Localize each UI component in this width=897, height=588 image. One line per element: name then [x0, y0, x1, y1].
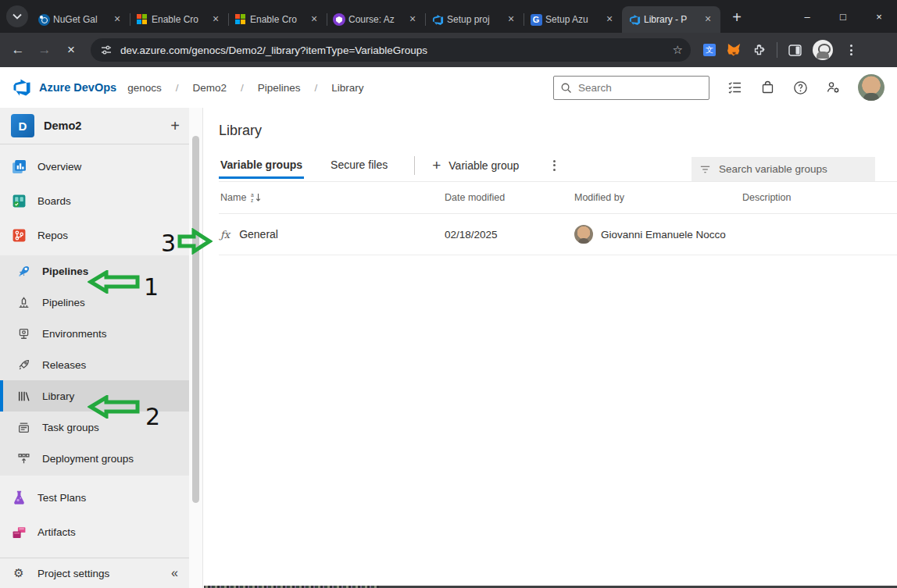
- collapse-sidebar-icon[interactable]: «: [171, 566, 178, 580]
- add-variable-group-button[interactable]: + Variable group: [432, 159, 519, 172]
- variable-groups-search-input[interactable]: [719, 163, 859, 175]
- marketplace-bag-icon[interactable]: [759, 80, 775, 95]
- url-text: dev.azure.com/genocs/Demo2/_library?item…: [120, 45, 673, 56]
- variable-group-fx-icon: ƒx: [220, 229, 230, 241]
- filter-icon: [699, 164, 711, 175]
- breadcrumb-org[interactable]: genocs: [127, 82, 162, 94]
- sidebar-item-boards[interactable]: Boards: [0, 184, 189, 218]
- chevron-down-icon: [13, 13, 22, 20]
- modified-by-name: Giovanni Emanuele Nocco: [601, 229, 726, 241]
- tab-close-icon[interactable]: ×: [308, 13, 320, 26]
- tab-close-icon[interactable]: ×: [209, 13, 222, 26]
- side-panel-icon[interactable]: [788, 45, 802, 56]
- tab-secure-files[interactable]: Secure files: [329, 159, 389, 179]
- search-icon: [560, 82, 572, 94]
- table-header: Name a z Date modified Modified by Descr…: [219, 182, 897, 214]
- column-description[interactable]: Description: [742, 192, 897, 203]
- browser-profile-avatar[interactable]: [813, 40, 833, 60]
- sidebar-item-environments[interactable]: Environments: [0, 318, 189, 349]
- tab-close-icon[interactable]: ×: [603, 13, 616, 26]
- tab-close-icon[interactable]: ×: [505, 13, 517, 26]
- window-minimize-button[interactable]: –: [789, 0, 825, 33]
- overview-icon: [11, 159, 27, 174]
- back-button[interactable]: ←: [6, 38, 30, 62]
- scrollbar-thumb[interactable]: [192, 136, 199, 503]
- variable-groups-search-box[interactable]: [692, 157, 875, 181]
- tab-nuget[interactable]: NuGet Gal ×: [31, 6, 130, 33]
- tab-setup-project[interactable]: Setup proj ×: [425, 6, 524, 33]
- microsoft-favicon: [234, 13, 247, 26]
- project-settings-item[interactable]: ⚙ Project settings «: [0, 558, 189, 588]
- project-tile: D: [11, 114, 34, 137]
- stop-reload-button[interactable]: ×: [59, 38, 83, 62]
- sidebar-item-label: Repos: [38, 230, 68, 241]
- global-search-input[interactable]: [578, 82, 688, 94]
- translate-extension-icon[interactable]: 文: [703, 44, 716, 56]
- library-page: Library Variable groups Secure files + V…: [202, 108, 897, 588]
- tab-variable-groups[interactable]: Variable groups: [219, 159, 304, 179]
- tab-close-icon[interactable]: ×: [702, 13, 714, 26]
- sidebar-item-label: Deployment groups: [42, 453, 134, 465]
- annotation-number-3: 3: [161, 230, 176, 257]
- annotation-arrow-3: [177, 228, 213, 258]
- global-search-box[interactable]: [553, 76, 709, 100]
- add-project-item-icon[interactable]: +: [170, 117, 180, 135]
- sidebar-item-label: Pipelines: [42, 297, 85, 308]
- metamask-extension-icon[interactable]: [727, 43, 742, 57]
- azure-devops-logo-icon: [13, 78, 31, 97]
- browser-toolbar: ← → × dev.azure.com/genocs/Demo2/_librar…: [0, 33, 897, 67]
- annotation-arrow-2: [88, 395, 141, 422]
- breadcrumb-library[interactable]: Library: [331, 82, 363, 94]
- tab-close-icon[interactable]: ×: [406, 13, 419, 26]
- plus-icon: +: [432, 160, 441, 171]
- svg-text:z: z: [251, 198, 253, 203]
- releases-icon: [16, 357, 31, 372]
- nuget-favicon: [38, 13, 50, 26]
- browser-window: NuGet Gal × Enable Cro × Enable Cro ×: [0, 0, 897, 588]
- sidebar-item-releases[interactable]: Releases: [0, 349, 189, 380]
- tab-setup-azure[interactable]: G Setup Azu ×: [524, 6, 622, 33]
- tab-search-button[interactable]: [6, 5, 28, 27]
- tab-library-active[interactable]: Library - P ×: [622, 6, 720, 33]
- project-switcher[interactable]: D Demo2 +: [0, 108, 189, 144]
- tab-title: Course: Az: [348, 14, 403, 25]
- project-settings-label: Project settings: [38, 568, 109, 579]
- column-name[interactable]: Name: [220, 192, 246, 203]
- bookmark-star-icon[interactable]: ☆: [673, 43, 683, 57]
- extensions-puzzle-icon[interactable]: [752, 44, 766, 57]
- breadcrumb-pipelines[interactable]: Pipelines: [258, 82, 301, 94]
- sidebar-item-overview[interactable]: Overview: [0, 149, 189, 184]
- help-icon[interactable]: [792, 80, 808, 95]
- window-close-button[interactable]: ×: [861, 0, 897, 33]
- sidebar-scrollbar[interactable]: [189, 108, 202, 588]
- variable-group-name[interactable]: General: [239, 228, 278, 241]
- boards-icon: [11, 193, 27, 208]
- column-modified-by[interactable]: Modified by: [574, 192, 742, 203]
- test-plans-icon: [11, 490, 27, 505]
- tab-enable-cross-2[interactable]: Enable Cro ×: [228, 6, 327, 33]
- pipeline-runs-icon: [16, 294, 31, 310]
- forward-button[interactable]: →: [33, 38, 56, 62]
- user-settings-icon[interactable]: [825, 80, 841, 95]
- site-info-icon[interactable]: [100, 44, 113, 56]
- tab-close-icon[interactable]: ×: [111, 13, 123, 26]
- breadcrumb-project[interactable]: Demo2: [192, 82, 227, 94]
- sidebar-item-test-plans[interactable]: Test Plans: [0, 480, 189, 515]
- new-tab-button[interactable]: +: [727, 9, 747, 27]
- browser-menu-icon[interactable]: [844, 43, 858, 57]
- sidebar-item-artifacts[interactable]: Artifacts: [0, 515, 189, 549]
- tab-enable-cross-1[interactable]: Enable Cro ×: [130, 6, 228, 33]
- column-date-modified[interactable]: Date modified: [445, 192, 574, 203]
- work-items-checklist-icon[interactable]: [727, 80, 742, 95]
- azure-devops-home-link[interactable]: Azure DevOps: [13, 78, 116, 97]
- sidebar-item-label: Environments: [42, 328, 107, 340]
- user-avatar[interactable]: [858, 74, 884, 101]
- sidebar-item-label: Overview: [38, 161, 81, 173]
- sidebar-item-label: Releases: [42, 359, 86, 371]
- sidebar-item-deployment-groups[interactable]: Deployment groups: [0, 443, 189, 474]
- variable-group-row[interactable]: ƒx General 02/18/2025 Giovanni Emanuele …: [219, 214, 897, 255]
- address-bar[interactable]: dev.azure.com/genocs/Demo2/_library?item…: [91, 38, 691, 62]
- more-options-icon[interactable]: [547, 159, 561, 173]
- window-maximize-button[interactable]: □: [825, 0, 861, 33]
- tab-course[interactable]: Course: Az ×: [327, 6, 425, 33]
